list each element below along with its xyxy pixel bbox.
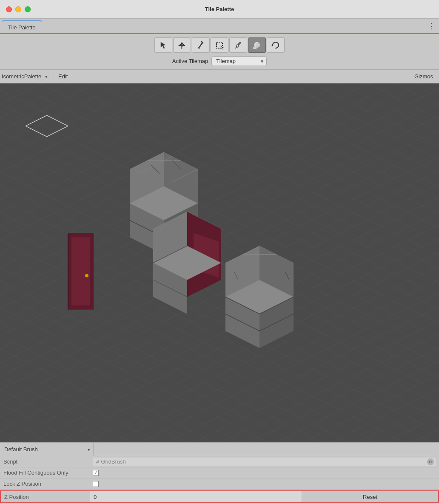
flood-fill-tool-button[interactable] (248, 37, 266, 53)
properties-panel: Script # GridBrush ⊙ Flood Fill Contiguo… (0, 456, 439, 504)
brush-row: Default Brush (0, 443, 439, 456)
svg-rect-11 (253, 47, 257, 49)
minimize-button[interactable] (15, 6, 21, 12)
z-position-row: Z Position Reset (0, 490, 439, 503)
brush-select-wrapper[interactable]: Default Brush (0, 443, 94, 456)
svg-marker-0 (161, 42, 165, 49)
svg-line-3 (199, 43, 202, 48)
sub-toolbar: IsometricPalette Edit Gizmos (0, 70, 439, 83)
script-select-button[interactable]: ⊙ (427, 458, 434, 465)
script-label: Script (3, 458, 93, 465)
flood-fill-checkbox[interactable] (93, 470, 99, 476)
svg-rect-5 (198, 47, 200, 49)
window-title: Tile Palette (205, 6, 234, 12)
lock-z-checkbox[interactable] (93, 481, 99, 487)
maximize-button[interactable] (25, 6, 31, 12)
active-tilemap-row: Active Tilemap Tilemap (172, 56, 267, 66)
svg-point-35 (85, 274, 88, 278)
tab-tile-palette[interactable]: Tile Palette (2, 20, 42, 33)
palette-select-wrapper[interactable]: IsometricPalette (2, 73, 50, 80)
flood-fill-row: Flood Fill Contiguous Only (0, 467, 439, 478)
reset-button[interactable]: Reset (302, 491, 438, 502)
z-position-input[interactable] (90, 491, 302, 502)
title-bar: Tile Palette (0, 0, 439, 19)
brush-select[interactable]: Default Brush (0, 443, 94, 456)
svg-marker-7 (220, 46, 224, 49)
script-hash-icon: # (96, 458, 99, 465)
brush-scroll-area (94, 443, 439, 456)
sub-toolbar-divider (52, 72, 52, 81)
script-row: Script # GridBrush ⊙ (0, 456, 439, 467)
tilemap-select[interactable]: Tilemap (211, 56, 267, 66)
rotate-tool-button[interactable] (267, 37, 285, 53)
tool-buttons-row: ✥ (154, 37, 285, 53)
tab-bar: Tile Palette ⋮ (0, 19, 439, 34)
lock-z-label: Lock Z Position (3, 481, 93, 487)
gizmos-button[interactable]: Gizmos (410, 72, 437, 80)
toolbar: ✥ (0, 34, 439, 70)
canvas-area[interactable] (0, 83, 439, 442)
edit-button[interactable]: Edit (54, 72, 72, 80)
close-button[interactable] (6, 6, 12, 12)
brush-panel: Default Brush (0, 442, 439, 456)
window-controls[interactable] (6, 6, 31, 12)
palette-select[interactable]: IsometricPalette (2, 73, 50, 80)
tab-more-icon[interactable]: ⋮ (428, 21, 436, 31)
z-position-label: Z Position (1, 494, 90, 500)
eyedropper-tool-button[interactable] (229, 37, 247, 53)
tilemap-select-wrapper[interactable]: Tilemap (211, 56, 267, 66)
paint-tool-button[interactable] (192, 37, 210, 53)
svg-text:✥: ✥ (180, 41, 185, 48)
svg-marker-34 (71, 238, 90, 306)
iso-sprites (0, 83, 439, 442)
script-name: GridBrush (101, 458, 126, 465)
lock-z-row: Lock Z Position (0, 478, 439, 490)
svg-point-10 (236, 45, 239, 47)
select-tool-button[interactable] (154, 37, 172, 53)
move-tool-button[interactable]: ✥ (173, 37, 191, 53)
svg-marker-13 (271, 44, 273, 46)
active-tilemap-label: Active Tilemap (172, 58, 208, 64)
rect-select-tool-button[interactable] (211, 37, 228, 53)
flood-fill-label: Flood Fill Contiguous Only (3, 470, 93, 476)
script-value: # GridBrush ⊙ (93, 458, 436, 466)
